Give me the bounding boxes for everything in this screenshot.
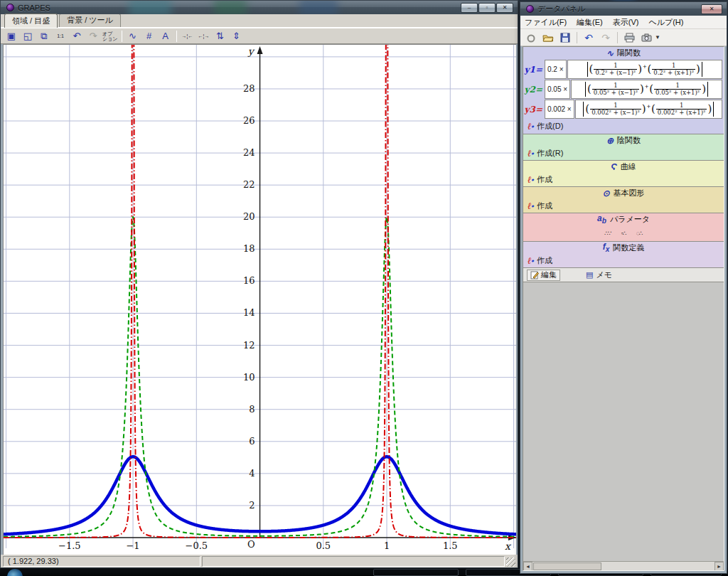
section-title: 曲線 (621, 161, 636, 172)
svg-text:20: 20 (243, 211, 255, 222)
h-expand-icon[interactable]: ←¦→ (196, 29, 212, 43)
svg-text:−0.5: −0.5 (186, 540, 208, 551)
fx-icon: fx (603, 242, 610, 253)
svg-text:22: 22 (243, 179, 255, 190)
camera-icon[interactable] (639, 31, 653, 45)
svg-text:O: O (247, 539, 255, 550)
pen-icon: ℓ (528, 123, 534, 130)
panel-titlebar[interactable]: データパネル ✕ (520, 2, 727, 16)
open-file-icon[interactable] (541, 31, 555, 45)
taskbar-button[interactable] (373, 569, 459, 576)
v-expand-icon[interactable]: ⇕ (229, 29, 245, 43)
redo-view-icon[interactable]: ↷ (85, 29, 101, 43)
scroll-left-arrow[interactable]: ◄ (523, 562, 532, 571)
create-basic-shape-button[interactable]: ℓ 作成 (523, 199, 724, 213)
edit-page-icon (530, 271, 539, 279)
function-expression-field[interactable]: (10.05² + (x−1)²)+(10.05² + (x+1)²) (571, 80, 722, 99)
panel-close-button[interactable]: ✕ (701, 4, 722, 14)
create-curve-button[interactable]: ℓ 作成 (523, 173, 724, 186)
memo-document-icon: ▤ (586, 270, 593, 279)
start-button[interactable] (7, 569, 23, 576)
svg-text:y: y (247, 46, 255, 58)
tab-background-tools[interactable]: 背景 / ツール (59, 14, 121, 27)
tab-region-scale[interactable]: 領域 / 目盛 (4, 14, 58, 28)
toolbar-separator (176, 31, 177, 42)
function-row-y2: y2= 0.05 × (10.05² + (x−1)²)+(10.05² + (… (523, 80, 722, 99)
v-compress-icon[interactable]: ⇅ (213, 29, 228, 43)
main-toolbar: ▣◱⧉1:1↶↷オプ ション∿#A→¦←←¦→⇅⇕ (1, 28, 518, 44)
section-title: 関数定義 (613, 242, 644, 253)
function-expression-field[interactable]: (10.2² + (x−1)²)+(10.2² + (x+1)²) (567, 60, 722, 79)
options-icon[interactable]: オプ ション (102, 29, 119, 43)
panel-horizontal-scrollbar[interactable]: ◄ ► (523, 561, 724, 570)
clear-icon[interactable] (524, 31, 538, 45)
print-icon[interactable] (622, 31, 636, 45)
create-implicit-button[interactable]: ℓ 作成(R) (523, 146, 724, 160)
svg-text:12: 12 (243, 340, 255, 351)
svg-text:1: 1 (384, 540, 390, 551)
create-explicit-button[interactable]: ℓ 作成(D) (523, 119, 724, 133)
section-parameters: ab パラメータ ∴∵ ▫∴ ◌∴ (523, 213, 724, 242)
param-gear-dots-icon[interactable]: ◌∴ (636, 230, 643, 237)
menu-help[interactable]: ヘルプ(H) (648, 17, 683, 28)
param-dots-icon[interactable]: ∴∵ (604, 230, 611, 237)
memo-label: メモ (596, 270, 612, 280)
scroll-thumb[interactable] (533, 562, 601, 570)
zoom-window-icon[interactable]: ◱ (20, 29, 36, 43)
param-camera-dots-icon[interactable]: ▫∴ (621, 230, 626, 237)
undo-view-icon[interactable]: ↶ (69, 29, 85, 43)
function-coefficient-field[interactable]: 0.002 × (545, 100, 574, 119)
h-compress-icon[interactable]: →¦← (180, 29, 196, 43)
frame-curve-icon[interactable]: ∿ (125, 29, 141, 43)
panel-empty-area (523, 282, 724, 561)
grid-icon[interactable]: # (141, 29, 157, 43)
menu-edit[interactable]: 編集(E) (577, 17, 603, 28)
equal-scale-icon[interactable]: 1:1 (53, 29, 68, 43)
section-title: 基本図形 (614, 188, 645, 198)
close-button[interactable]: ✕ (496, 3, 513, 13)
copy-region-icon[interactable]: ⧉ (36, 29, 52, 43)
panel-content: ∿ 陽関数 y1= 0.2 × (10.2² + (x−1)²)+(10.2² … (523, 46, 724, 571)
menu-view[interactable]: 表示(V) (613, 17, 639, 28)
create-function-definition-button[interactable]: ℓ 作成 (523, 254, 724, 267)
menu-file[interactable]: ファイル(F) (525, 17, 567, 28)
implicit-function-icon: ⊕ (606, 136, 614, 146)
scroll-right-arrow[interactable]: ► (714, 562, 724, 571)
memo-edit-button[interactable]: 編集 (527, 270, 560, 281)
undo-icon[interactable]: ↶ (582, 31, 596, 45)
redo-icon[interactable]: ↷ (599, 31, 613, 45)
svg-text:4: 4 (249, 468, 255, 479)
function-row-y1: y1= 0.2 × (10.2² + (x−1)²)+(10.2² + (x+1… (523, 60, 722, 79)
svg-text:2: 2 (249, 500, 255, 511)
section-title: パラメータ (610, 214, 650, 225)
pen-icon: ℓ (528, 257, 534, 265)
maximize-button[interactable]: ▫ (478, 3, 496, 13)
svg-text:18: 18 (243, 243, 255, 254)
plot-area[interactable]: −1.5−1−0.50.511.524681012141618202224262… (3, 44, 516, 555)
svg-text:−1: −1 (126, 540, 139, 551)
function-label: y1= (523, 60, 545, 79)
zoom-fit-icon[interactable]: ▣ (4, 29, 19, 43)
plot-canvas[interactable]: −1.5−1−0.50.511.524681012141618202224262… (4, 45, 516, 554)
grapes-logo-icon (526, 5, 534, 13)
data-panel-window: データパネル ✕ ファイル(F) 編集(E) 表示(V) ヘルプ(H) ↶ ↷ … (520, 1, 727, 574)
svg-text:0.5: 0.5 (316, 540, 331, 551)
curve-icon: Ϛ (611, 162, 617, 172)
svg-text:28: 28 (243, 83, 255, 94)
minimize-button[interactable]: – (461, 3, 478, 13)
svg-text:10: 10 (243, 372, 255, 383)
function-coefficient-field[interactable]: 0.05 × (545, 80, 570, 99)
axis-label-icon[interactable]: A (158, 29, 173, 43)
svg-text:14: 14 (243, 307, 255, 318)
svg-text:16: 16 (243, 275, 255, 286)
resize-grip[interactable] (506, 558, 515, 567)
grapes-titlebar[interactable]: GRAPES – ▫ ✕ (1, 1, 518, 14)
pen-icon: ℓ (528, 176, 534, 183)
section-memo: 編集 ▤ メモ (523, 268, 724, 282)
save-icon[interactable] (558, 31, 572, 45)
basic-shape-icon: ⊙ (602, 188, 609, 198)
function-expression-field[interactable]: (10.002² + (x−1)²)+(10.002² + (x+1)²) (575, 100, 722, 119)
chevron-down-icon[interactable]: ▼ (655, 34, 660, 41)
function-coefficient-field[interactable]: 0.2 × (545, 60, 567, 79)
function-row-y3: y3= 0.002 × (10.002² + (x−1)²)+(10.002² … (523, 100, 722, 119)
